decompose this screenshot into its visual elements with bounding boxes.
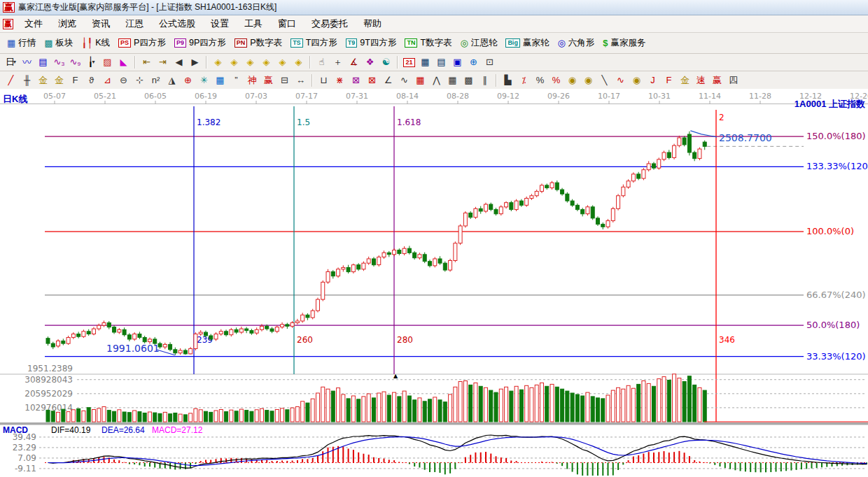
compass-icon[interactable]: ✳ <box>197 73 211 87</box>
quote-button[interactable]: ▦行情 <box>3 36 40 50</box>
t-square-button[interactable]: TST四方形 <box>286 36 342 50</box>
period-day-dropdown[interactable]: 日▾ <box>4 55 18 69</box>
menu-item-4[interactable]: 公式选股 <box>151 18 203 29</box>
gann-comb-icon[interactable]: ╫ <box>20 73 34 87</box>
menu-item-8[interactable]: 交易委托 <box>304 18 356 29</box>
wave-red-icon[interactable]: ∿ <box>613 73 628 87</box>
menu-item-7[interactable]: 窗口 <box>270 18 304 29</box>
menu-item-0[interactable]: 文件 <box>17 18 50 29</box>
hexagon-button[interactable]: ◎六角形 <box>553 36 598 50</box>
calculator-icon[interactable]: ▦ <box>418 55 433 69</box>
quote-marks-icon[interactable]: ” <box>229 73 244 87</box>
toolbar-separator <box>397 56 398 69</box>
diamond-expand-v-button[interactable]: ◈ <box>291 55 306 69</box>
cycle-tool-icon[interactable]: ☯ <box>379 55 393 69</box>
nav-next-button[interactable]: ▶ <box>188 55 202 69</box>
circle-cross-icon[interactable]: ⊕ <box>181 73 195 87</box>
box-cross-red-icon[interactable]: ⊠ <box>365 73 379 87</box>
angle-lines-icon[interactable]: ∠ <box>381 73 396 87</box>
gold-circle-2-icon[interactable]: ◉ <box>581 73 596 87</box>
shen-badge-icon[interactable]: 神 <box>245 73 260 87</box>
menu-item-5[interactable]: 设置 <box>203 18 237 29</box>
menu-item-9[interactable]: 帮助 <box>356 18 389 29</box>
percent-icon[interactable]: % <box>533 73 547 87</box>
diamond-right-button[interactable]: ◈ <box>227 55 241 69</box>
grid-red-icon[interactable]: ▦ <box>413 73 428 87</box>
calendar-21-icon[interactable]: 21 <box>402 55 416 69</box>
nav-first-button[interactable]: ⇤ <box>139 55 154 69</box>
arc-flag-icon[interactable]: ◮ <box>164 73 179 87</box>
notes-icon[interactable]: ▤ <box>434 55 449 69</box>
f-line-icon[interactable]: F <box>662 73 676 87</box>
gold-circle-1-icon[interactable]: ◉ <box>565 73 580 87</box>
n-square-icon[interactable]: n² <box>148 73 163 87</box>
nav-prev-button[interactable]: ◀ <box>172 55 186 69</box>
peak-mark-icon[interactable]: ⋀ <box>429 73 444 87</box>
region-zigzag-icon[interactable]: 〰 <box>20 55 34 69</box>
ying-line-icon[interactable]: 赢 <box>710 73 724 87</box>
menu-item-6[interactable]: 工具 <box>237 18 270 29</box>
volume-profile-icon[interactable]: ◣ <box>116 55 131 69</box>
box-cross-purple-icon[interactable]: ⊠ <box>349 73 363 87</box>
ma3-lines-icon[interactable]: ∿₃ <box>52 55 66 69</box>
grid-target-icon[interactable]: ▦ <box>213 73 227 87</box>
gann-shape-icon[interactable]: ❖ <box>363 55 377 69</box>
gold-gann-1-icon[interactable]: 金 <box>36 73 50 87</box>
bar-tool-icon[interactable]: ▙ <box>500 73 515 87</box>
time-ruler-icon[interactable]: ⊹ <box>132 73 147 87</box>
percent-line-icon[interactable]: % <box>549 73 564 87</box>
hand-drag-icon[interactable]: ☝ <box>314 55 329 69</box>
ink-brush-icon[interactable]: ╲ <box>597 73 612 87</box>
date-tick-label: 09-26 <box>547 92 570 101</box>
menu-item-1[interactable]: 浏览 <box>50 18 84 29</box>
winner-wheel-button[interactable]: Big赢家轮 <box>501 36 553 50</box>
four-line-icon[interactable]: 四 <box>726 73 741 87</box>
p-square-button[interactable]: PSP四方形 <box>114 36 170 50</box>
user-setup-icon[interactable]: ⊡ <box>482 55 497 69</box>
menu-item-2[interactable]: 资讯 <box>84 18 118 29</box>
gann-wheel-button[interactable]: ◎江恩轮 <box>456 36 502 50</box>
pen-ruler-icon[interactable]: ⊿ <box>100 73 115 87</box>
9p-square-button[interactable]: P99P四方形 <box>170 36 230 50</box>
gold-circle-3-icon[interactable]: ◉ <box>629 73 644 87</box>
ruler-125-icon[interactable]: ⊟ <box>277 73 292 87</box>
save-icon[interactable]: ▣ <box>450 55 465 69</box>
diamond-compress-h-button[interactable]: ◈ <box>259 55 274 69</box>
width-arrow-icon[interactable]: ↔ <box>293 73 308 87</box>
rays-icon[interactable]: ⋇ <box>332 73 347 87</box>
info-panel-icon[interactable]: ▤ <box>36 55 50 69</box>
wave-line-icon[interactable]: ∿ <box>397 73 412 87</box>
network-icon[interactable]: ⊕ <box>466 55 481 69</box>
diamond-expand-h-button[interactable]: ◈ <box>243 55 258 69</box>
9t-square-button[interactable]: T99T四方形 <box>342 36 401 50</box>
gold-gann-2-icon[interactable]: 金 <box>52 73 66 87</box>
speed-line-icon[interactable]: 速 <box>694 73 708 87</box>
cycle-circle-icon[interactable]: ⊖ <box>116 73 131 87</box>
percent-falling-icon[interactable]: ⁒ <box>517 73 531 87</box>
region-box-icon[interactable]: ⊔ <box>316 73 331 87</box>
f-fan-icon[interactable]: F <box>68 73 83 87</box>
chart-area[interactable]: 05-0705-2106-0506-1907-0307-1707-3108-14… <box>0 89 868 477</box>
grid-black-icon[interactable]: ▦ <box>445 73 460 87</box>
pattern-box-icon[interactable]: ▨ <box>100 55 115 69</box>
t-number-table-button[interactable]: TNT数字表 <box>400 36 456 50</box>
kline-button[interactable]: ╽╿K线 <box>78 36 115 50</box>
ma9-lines-icon[interactable]: ∿₉ <box>68 55 83 69</box>
menu-item-3[interactable]: 江恩 <box>118 18 151 29</box>
candle-style-dropdown[interactable]: ╽▾ <box>84 55 99 69</box>
grid-dense-icon[interactable]: ▩ <box>461 73 476 87</box>
diamond-compress-v-button[interactable]: ◈ <box>275 55 290 69</box>
hatch-icon[interactable]: ∥ <box>477 73 492 87</box>
j-line-icon[interactable]: J <box>645 73 660 87</box>
nav-last-button[interactable]: ⇥ <box>155 55 170 69</box>
winner-service-button[interactable]: $赢家服务 <box>598 36 650 50</box>
diamond-left-button[interactable]: ◈ <box>211 55 225 69</box>
sectors-button[interactable]: ▩板块 <box>40 36 77 50</box>
gold-line-icon[interactable]: 金 <box>678 73 692 87</box>
p-number-table-button[interactable]: PNP数字表 <box>230 36 286 50</box>
ying-badge-icon[interactable]: 赢 <box>261 73 276 87</box>
spiral-icon[interactable]: ϑ <box>84 73 99 87</box>
draw-pen-icon[interactable]: ╱ <box>4 73 18 87</box>
crosshair-icon[interactable]: ＋ <box>330 55 345 69</box>
angle-measure-icon[interactable]: ∡ <box>346 55 361 69</box>
